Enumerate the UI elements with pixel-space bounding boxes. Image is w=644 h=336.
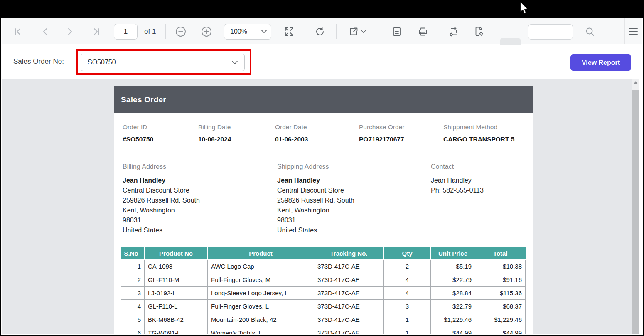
report-page: Sales Order Order ID#SO50750Billing Date… bbox=[114, 86, 533, 334]
table-header-cell: Qty bbox=[384, 247, 431, 259]
order-info-item: Purchase OrderPO7192170677 bbox=[359, 124, 404, 143]
toolbar-separator bbox=[438, 24, 438, 39]
table-cell: $22.79 bbox=[431, 299, 475, 313]
address-name: Jean Handley bbox=[123, 175, 200, 185]
panel-divider bbox=[548, 47, 548, 76]
order-info-value: 01-06-2003 bbox=[275, 136, 308, 143]
table-header-row: S.NoProduct NoProductTracking No.QtyUnit… bbox=[121, 247, 526, 259]
address-line: Kent, Washington bbox=[123, 205, 200, 215]
table-cell: BK-M68B-42 bbox=[145, 313, 208, 326]
toolbar-separator bbox=[165, 24, 166, 39]
address-line: 98031 bbox=[123, 215, 200, 225]
order-info-item: Shippment MethodCARGO TRANSPORT 5 bbox=[443, 124, 514, 143]
report-content-area: Sales Order Order ID#SO50750Billing Date… bbox=[2, 79, 642, 334]
table-cell: 373D-417C-AE bbox=[314, 326, 384, 334]
parameter-panel: Sales Order No: SO50750 View Report bbox=[2, 45, 642, 78]
fullscreen-button[interactable] bbox=[281, 18, 297, 44]
address-divider bbox=[240, 164, 240, 238]
address-line: United States bbox=[123, 225, 200, 235]
vertical-scrollbar[interactable] bbox=[632, 79, 639, 334]
table-header-cell: S.No bbox=[121, 247, 145, 259]
table-cell: $22.79 bbox=[431, 273, 475, 286]
print-button[interactable] bbox=[415, 18, 431, 44]
table-cell: 6 bbox=[121, 326, 145, 334]
table-cell: LJ-0192-L bbox=[145, 286, 208, 299]
table-row: 4GL-F110-LFull-Finger Gloves, L373D-417C… bbox=[121, 299, 526, 313]
contact-block: Contact Jean Handley Ph: 582-555-0113 bbox=[431, 163, 484, 195]
table-cell: $68.37 bbox=[475, 299, 526, 313]
order-info-label: Order ID bbox=[123, 124, 153, 131]
table-cell: 373D-417C-AE bbox=[314, 259, 384, 273]
hamburger-menu-icon bbox=[628, 28, 638, 35]
zoom-out-button[interactable] bbox=[172, 18, 189, 44]
page-number-input[interactable] bbox=[114, 24, 138, 40]
page-setup-button[interactable] bbox=[471, 18, 487, 44]
table-row: 1CA-1098AWC Logo Cap373D-417C-AE2$5.19$1… bbox=[121, 259, 526, 273]
report-title: Sales Order bbox=[121, 95, 166, 104]
table-cell: Full-Finger Gloves, L bbox=[208, 299, 314, 313]
menu-button[interactable] bbox=[625, 18, 642, 44]
table-row: 5BK-M68B-42Mountain-200 Black, 42373D-41… bbox=[121, 313, 526, 326]
print-icon bbox=[418, 27, 428, 37]
zoom-level-select[interactable]: 100% bbox=[224, 24, 271, 40]
search-button[interactable] bbox=[582, 18, 598, 44]
zoom-in-button[interactable] bbox=[198, 18, 215, 44]
document-view-button[interactable] bbox=[388, 18, 405, 44]
address-line: Central Discount Store bbox=[277, 185, 354, 195]
order-items-table: S.NoProduct NoProductTracking No.QtyUnit… bbox=[121, 247, 526, 334]
sales-order-no-value: SO50750 bbox=[88, 59, 232, 66]
table-header-cell: Product No bbox=[145, 247, 208, 259]
table-cell: 2 bbox=[384, 259, 431, 273]
scroll-up-arrow[interactable] bbox=[634, 81, 638, 84]
order-info-label: Order Date bbox=[275, 124, 308, 131]
first-page-button[interactable] bbox=[10, 18, 27, 44]
table-cell: 373D-417C-AE bbox=[314, 286, 384, 299]
table-cell: $10.38 bbox=[475, 259, 526, 273]
table-cell: 5 bbox=[121, 313, 145, 326]
scrollbar-thumb[interactable] bbox=[632, 90, 639, 334]
toolbar-separator bbox=[305, 24, 305, 39]
address-line: 98031 bbox=[277, 215, 354, 225]
previous-page-button[interactable] bbox=[37, 18, 53, 44]
refresh-button[interactable] bbox=[312, 18, 328, 44]
view-report-button[interactable]: View Report bbox=[570, 54, 631, 71]
order-info-row: Order ID#SO50750Billing Date10-06-2024Or… bbox=[114, 124, 533, 153]
next-page-button[interactable] bbox=[62, 18, 79, 44]
toolbar-separator bbox=[495, 24, 495, 39]
sales-order-no-label: Sales Order No: bbox=[13, 45, 64, 78]
table-cell: Women's Tights, L bbox=[208, 326, 314, 334]
table-cell: TG-W091-L bbox=[145, 326, 208, 334]
last-page-button[interactable] bbox=[88, 18, 104, 44]
document-icon bbox=[392, 27, 401, 37]
table-row: 6TG-W091-LWomen's Tights, L373D-417C-AE1… bbox=[121, 326, 526, 334]
table-cell: GL-F110-L bbox=[145, 299, 208, 313]
table-header-cell: Total bbox=[475, 247, 526, 259]
mouse-cursor bbox=[519, 2, 528, 15]
order-info-value: PO7192170677 bbox=[359, 136, 404, 143]
chevron-down-icon bbox=[261, 30, 267, 33]
table-cell: Mountain-200 Black, 42 bbox=[208, 313, 314, 326]
order-info-label: Shippment Method bbox=[443, 124, 514, 131]
billing-address-block: Billing AddressJean HandleyCentral Disco… bbox=[123, 163, 200, 235]
table-header-cell: Product bbox=[208, 247, 314, 259]
table-cell: 373D-417C-AE bbox=[314, 273, 384, 286]
address-line: 259826 Russell Rd. South bbox=[123, 195, 200, 205]
contact-label: Contact bbox=[431, 163, 484, 170]
toolbar-separator bbox=[336, 24, 337, 39]
table-cell: $1,229.46 bbox=[475, 313, 526, 326]
address-label: Shipping Address bbox=[277, 163, 354, 170]
order-info-value: CARGO TRANSPORT 5 bbox=[443, 136, 514, 143]
address-line: United States bbox=[277, 225, 354, 235]
order-info-item: Billing Date10-06-2024 bbox=[198, 124, 231, 143]
table-row: 3LJ-0192-LLong-Sleeve Logo Jersey, L373D… bbox=[121, 286, 526, 299]
table-cell: 373D-417C-AE bbox=[314, 299, 384, 313]
shipping-address-block: Shipping AddressJean HandleyCentral Disc… bbox=[277, 163, 354, 235]
address-name: Jean Handley bbox=[277, 175, 354, 185]
refresh-icon bbox=[315, 27, 325, 37]
order-info-item: Order ID#SO50750 bbox=[123, 124, 153, 143]
order-info-label: Billing Date bbox=[198, 124, 231, 131]
refresh-parameters-button[interactable] bbox=[445, 18, 462, 44]
export-button[interactable] bbox=[346, 18, 369, 44]
sales-order-no-dropdown[interactable]: SO50750 bbox=[81, 54, 245, 71]
search-input[interactable] bbox=[528, 24, 573, 40]
